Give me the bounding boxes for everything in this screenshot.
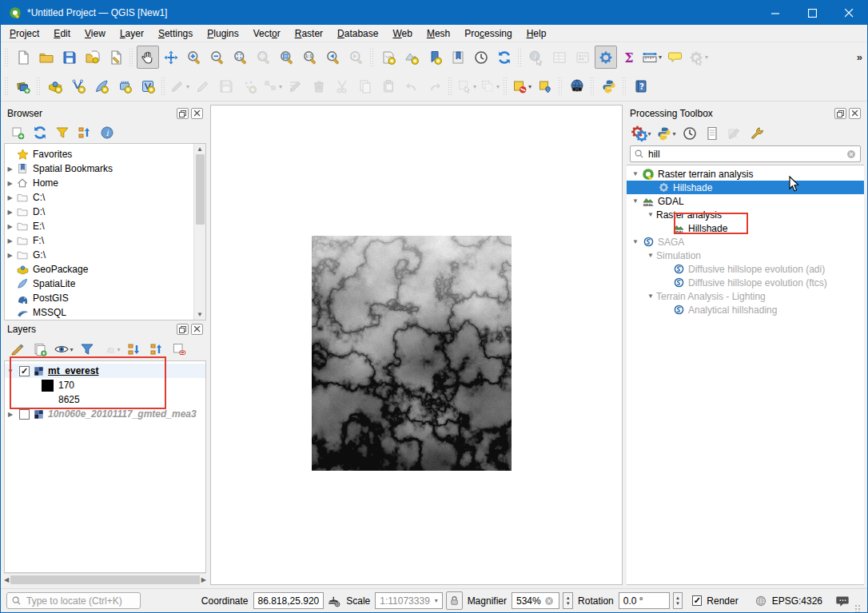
filter-browser-button[interactable]	[53, 123, 72, 142]
save-project-button[interactable]	[58, 46, 81, 69]
toolbar-overflow-button[interactable]: »	[857, 51, 862, 63]
select-features-button[interactable]: ▾	[456, 75, 478, 98]
rotation-spinner[interactable]: ▲▼	[673, 592, 683, 609]
zoom-full-button[interactable]	[229, 46, 252, 69]
browser-item-d[interactable]: ▶D:\	[5, 205, 205, 219]
label-pin-button[interactable]	[534, 75, 556, 98]
menu-view[interactable]: View	[78, 26, 113, 41]
new-spatialite-layer-button[interactable]	[90, 75, 113, 98]
map-canvas[interactable]	[210, 105, 623, 585]
statistical-summary-button[interactable]: Σ	[618, 46, 640, 69]
maximize-button[interactable]	[794, 1, 830, 25]
menu-processing[interactable]: Processing	[457, 26, 519, 41]
menu-help[interactable]: Help	[520, 26, 554, 41]
run-feature-action-button[interactable]: ▾	[687, 46, 710, 69]
copy-features-button[interactable]	[354, 75, 376, 98]
menu-plugins[interactable]: Plugins	[200, 26, 245, 41]
zoom-to-selection-button[interactable]	[253, 46, 275, 69]
redo-button[interactable]	[424, 75, 446, 98]
locate-input[interactable]: Type to locate (Ctrl+K)	[6, 592, 141, 609]
show-spatial-bookmarks-button[interactable]	[447, 46, 469, 69]
browser-item-spatialbookmarks[interactable]: ▶Spatial Bookmarks	[5, 161, 205, 176]
history-button[interactable]	[680, 124, 699, 143]
help-contents-button[interactable]: ?	[630, 75, 652, 98]
crs-label[interactable]: EPSG:4326	[772, 595, 822, 607]
layers-hscrollbar[interactable]: ◀▶	[4, 573, 206, 585]
rotation-input[interactable]: 0.0 °	[619, 592, 670, 609]
save-layer-edits-button[interactable]	[215, 75, 237, 98]
add-group-button[interactable]	[30, 340, 50, 359]
new-geopackage-layer-button[interactable]	[44, 75, 66, 98]
style-manager-button[interactable]	[82, 46, 104, 69]
remove-layer-button[interactable]	[169, 340, 189, 359]
layer-checkbox[interactable]	[19, 409, 30, 420]
open-project-button[interactable]	[35, 46, 58, 69]
zoom-to-layer-button[interactable]	[276, 46, 298, 69]
toolbar-grip[interactable]	[161, 78, 166, 95]
menu-mesh[interactable]: Mesh	[420, 26, 457, 41]
python-console-button[interactable]	[598, 75, 620, 98]
processing-toolbox-button[interactable]	[595, 46, 617, 69]
new-shapefile-layer-button[interactable]	[67, 75, 90, 98]
new-virtual-layer-button[interactable]	[137, 75, 159, 98]
menu-vector[interactable]: Vector	[246, 26, 288, 41]
layer-labeling-button[interactable]: ▾	[511, 75, 533, 98]
menu-database[interactable]: Database	[330, 26, 385, 41]
close-button[interactable]	[830, 1, 867, 25]
browser-close-button[interactable]	[191, 108, 203, 119]
new-mesh-layer-button[interactable]	[113, 75, 136, 98]
metasearch-button[interactable]	[566, 75, 588, 98]
zoom-out-button[interactable]	[206, 46, 229, 69]
filter-expression-button[interactable]: ε▾	[100, 340, 121, 359]
layer-row-mt_everest[interactable]: ▼✓mt_everest	[5, 364, 205, 378]
undo-button[interactable]	[400, 75, 423, 98]
toolbar-grip[interactable]	[129, 49, 134, 66]
layers-float-button[interactable]	[177, 324, 189, 335]
render-checkbox[interactable]: ✓	[692, 595, 702, 606]
toolbar-grip[interactable]	[4, 78, 10, 95]
menu-web[interactable]: Web	[385, 26, 419, 41]
toolbar-grip[interactable]	[622, 78, 627, 95]
zoom-last-button[interactable]	[322, 46, 344, 69]
processing-item-saga[interactable]: ▼SAGA	[627, 235, 864, 249]
browser-properties-button[interactable]: i	[98, 123, 117, 142]
expand-all-button[interactable]	[125, 340, 144, 359]
extents-icon[interactable]	[327, 594, 341, 608]
processing-item-gdal[interactable]: ▼GDALGDAL	[627, 194, 864, 208]
browser-float-button[interactable]	[177, 108, 189, 119]
options-wrench-button[interactable]	[747, 124, 766, 143]
add-selected-layer-button[interactable]	[8, 123, 27, 142]
identify-features-button[interactable]: i	[525, 46, 547, 69]
new-project-button[interactable]	[12, 46, 34, 69]
toolbar-grip[interactable]	[36, 78, 42, 95]
models-button[interactable]: ▾	[631, 124, 652, 143]
magnifier-spinner[interactable]: ▲▼	[563, 592, 573, 609]
menu-layer[interactable]: Layer	[113, 26, 151, 41]
processing-item-raster-analysis[interactable]: ▼Raster analysis	[627, 208, 864, 221]
collapse-all-button[interactable]	[75, 123, 94, 142]
browser-item-postgis[interactable]: PostGIS	[5, 291, 205, 305]
processing-item-hillshade[interactable]: Hillshade	[627, 181, 864, 194]
browser-item-g[interactable]: ▶G:\	[5, 248, 205, 262]
project-properties-button[interactable]	[105, 46, 127, 69]
processing-item-terrain-analysis---lighting[interactable]: ▼Terrain Analysis - Lighting	[627, 289, 864, 303]
browser-item-spatialite[interactable]: SpatiaLite	[5, 277, 205, 291]
pan-to-selection-button[interactable]	[160, 46, 182, 69]
measure-line-button[interactable]: ▾	[641, 46, 663, 69]
toolbar-grip[interactable]	[448, 78, 453, 95]
temporal-controller-button[interactable]	[470, 46, 492, 69]
new-3d-map-view-button[interactable]	[400, 46, 423, 69]
processing-close-button[interactable]	[849, 108, 861, 119]
new-spatial-bookmark-button[interactable]	[424, 46, 446, 69]
toolbar-grip[interactable]	[590, 78, 595, 95]
filter-legend-button[interactable]	[78, 340, 97, 359]
vertex-tool-button[interactable]: ▾	[261, 75, 284, 98]
layer-row-10n060e_20101117_gmted_mea3[interactable]: ▶10n060e_20101117_gmted_mea3	[5, 407, 205, 421]
magnifier-clear-icon[interactable]	[543, 595, 555, 607]
processing-search-input[interactable]: hill	[630, 145, 861, 162]
delete-selected-button[interactable]	[308, 75, 330, 98]
layer-styling-button[interactable]	[8, 340, 27, 359]
refresh-map-button[interactable]	[493, 46, 516, 69]
browser-item-c[interactable]: ▶C:\	[5, 190, 205, 205]
processing-float-button[interactable]	[834, 108, 846, 119]
